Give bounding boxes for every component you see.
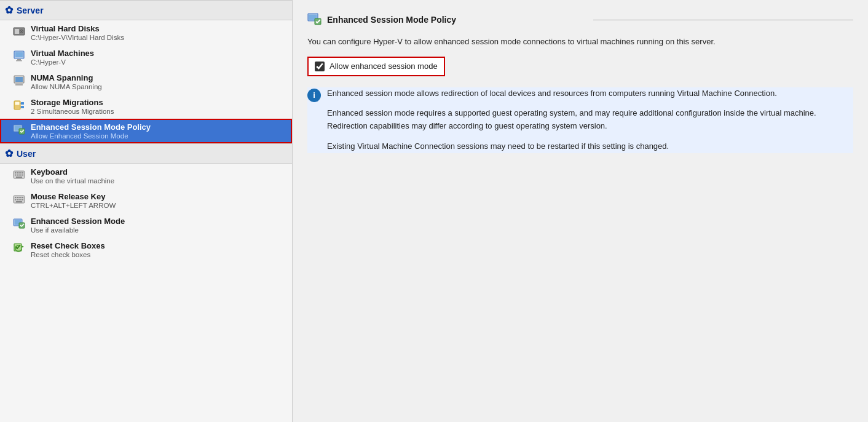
nav-item-virtual-machines[interactable]: Virtual Machines C:\Hyper-V [0, 45, 292, 70]
allow-enhanced-session-checkbox-container[interactable]: Allow enhanced session mode [307, 57, 445, 76]
vm-subtitle: C:\Hyper-V [31, 58, 94, 66]
svg-rect-7 [16, 60, 22, 62]
svg-rect-25 [22, 172, 23, 173]
server-header-label: Server [17, 6, 44, 15]
mouse-title: Mouse Release Key [31, 192, 116, 201]
svg-rect-12 [15, 102, 20, 105]
info-text: Enhanced session mode allows redirection… [327, 87, 853, 153]
keyboard-title: Keyboard [31, 167, 114, 177]
svg-rect-26 [15, 175, 16, 176]
esm-policy-title: Enhanced Session Mode Policy [31, 122, 151, 132]
svg-rect-39 [17, 199, 18, 201]
numa-nav-text: NUMA Spanning Allow NUMA Spanning [31, 73, 102, 90]
svg-point-3 [21, 31, 22, 32]
keyboard-icon [12, 168, 26, 181]
nav-item-numa-spanning[interactable]: NUMA Spanning Allow NUMA Spanning [0, 70, 292, 94]
info-icon: i [307, 89, 321, 102]
svg-marker-48 [22, 245, 24, 248]
title-divider [593, 20, 853, 20]
info-box: i Enhanced session mode allows redirecti… [307, 87, 853, 153]
svg-rect-41 [20, 199, 22, 201]
svg-rect-21 [15, 172, 16, 173]
esm-user-subtitle: Use if available [31, 226, 125, 234]
mouse-subtitle: CTRL+ALT+LEFT ARROW [31, 202, 116, 209]
panel-title-icon [307, 12, 322, 27]
user-section-header[interactable]: ✿ User [0, 143, 292, 164]
vm-title: Virtual Machines [31, 49, 94, 58]
panel-title-text: Enhanced Session Mode Policy [327, 15, 587, 25]
nav-item-esm-user[interactable]: Enhanced Session Mode Use if available [0, 213, 292, 237]
svg-rect-27 [17, 175, 18, 176]
numa-subtitle: Allow NUMA Spanning [31, 83, 102, 90]
server-expand-icon: ✿ [5, 4, 13, 16]
svg-rect-9 [15, 77, 23, 82]
svg-rect-29 [20, 175, 22, 176]
svg-rect-42 [22, 199, 23, 201]
vhd-title: Virtual Hard Disks [31, 24, 124, 33]
esm-policy-subtitle: Allow Enhanced Session Mode [31, 132, 151, 140]
storage-nav-text: Storage Migrations 2 Simultaneous Migrat… [31, 98, 114, 115]
storage-title: Storage Migrations [31, 98, 114, 107]
esm-user-icon [12, 217, 26, 231]
svg-rect-10 [15, 84, 23, 86]
svg-rect-43 [16, 201, 22, 202]
keyboard-subtitle: Use on the virtual machine [31, 177, 114, 185]
panel-description: You can configure Hyper-V to allow enhan… [307, 36, 853, 48]
storage-icon [12, 98, 26, 112]
nav-item-storage-migrations[interactable]: Storage Migrations 2 Simultaneous Migrat… [0, 94, 292, 119]
info-para-1: Enhanced session mode allows redirection… [327, 87, 853, 100]
nav-item-reset-checkboxes[interactable]: Reset Check Boxes Reset check boxes [0, 237, 292, 262]
mouse-nav-text: Mouse Release Key CTRL+ALT+LEFT ARROW [31, 192, 116, 209]
svg-rect-37 [22, 197, 23, 198]
user-header-label: User [17, 149, 36, 159]
esm-policy-icon [12, 123, 26, 137]
svg-rect-24 [20, 172, 22, 173]
svg-rect-36 [20, 197, 22, 198]
server-section-header[interactable]: ✿ Server [0, 0, 292, 20]
left-panel: ✿ Server Virtual Hard Disks C:\Hyper-V\V… [0, 0, 293, 422]
vm-icon [12, 49, 26, 63]
svg-rect-6 [17, 59, 21, 60]
reset-title: Reset Check Boxes [31, 241, 105, 250]
svg-rect-5 [15, 52, 23, 57]
nav-item-keyboard[interactable]: Keyboard Use on the virtual machine [0, 164, 292, 188]
vhd-icon [12, 25, 26, 38]
info-para-2: Enhanced session mode requires a support… [327, 107, 853, 133]
svg-rect-14 [21, 106, 24, 108]
esm-user-nav-text: Enhanced Session Mode Use if available [31, 217, 125, 234]
esm-user-title: Enhanced Session Mode [31, 217, 125, 226]
reset-subtitle: Reset check boxes [31, 251, 105, 258]
svg-rect-31 [16, 177, 22, 178]
storage-subtitle: 2 Simultaneous Migrations [31, 108, 114, 115]
svg-rect-30 [22, 175, 23, 176]
mouse-icon [12, 193, 26, 206]
reset-icon [12, 242, 26, 255]
svg-rect-33 [15, 197, 16, 198]
svg-rect-13 [21, 102, 24, 105]
svg-rect-22 [17, 172, 18, 173]
numa-title: NUMA Spanning [31, 73, 102, 82]
svg-rect-34 [17, 197, 18, 198]
user-expand-icon: ✿ [5, 148, 13, 159]
svg-rect-38 [15, 199, 16, 201]
svg-rect-1 [15, 29, 19, 34]
vhd-subtitle: C:\Hyper-V\Virtual Hard Disks [31, 34, 124, 41]
svg-rect-23 [18, 172, 20, 173]
numa-icon [12, 74, 26, 87]
panel-section-title: Enhanced Session Mode Policy [307, 12, 853, 27]
svg-rect-40 [18, 199, 20, 201]
right-panel: Enhanced Session Mode Policy You can con… [293, 0, 868, 422]
vm-nav-text: Virtual Machines C:\Hyper-V [31, 49, 94, 66]
checkbox-label: Allow enhanced session mode [329, 62, 438, 71]
nav-item-esm-policy[interactable]: Enhanced Session Mode Policy Allow Enhan… [0, 119, 292, 143]
info-para-3: Existing Virtual Machine Connection sess… [327, 140, 853, 153]
keyboard-nav-text: Keyboard Use on the virtual machine [31, 167, 114, 185]
svg-rect-35 [18, 197, 20, 198]
vhd-nav-text: Virtual Hard Disks C:\Hyper-V\Virtual Ha… [31, 24, 124, 41]
esm-policy-nav-text: Enhanced Session Mode Policy Allow Enhan… [31, 122, 151, 140]
svg-rect-28 [18, 175, 20, 176]
reset-nav-text: Reset Check Boxes Reset check boxes [31, 241, 105, 258]
nav-item-virtual-hard-disks[interactable]: Virtual Hard Disks C:\Hyper-V\Virtual Ha… [0, 20, 292, 45]
nav-item-mouse-release[interactable]: Mouse Release Key CTRL+ALT+LEFT ARROW [0, 188, 292, 213]
allow-enhanced-session-checkbox[interactable] [315, 62, 325, 71]
